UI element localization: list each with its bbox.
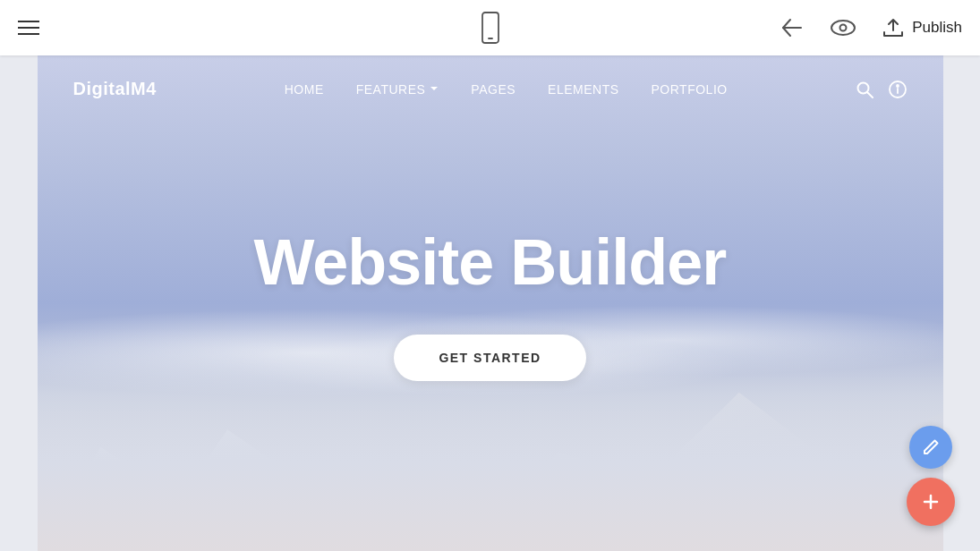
svg-point-4 [857, 82, 868, 93]
back-button[interactable] [781, 18, 805, 38]
fab-edit-button[interactable] [909, 426, 952, 469]
fab-container [907, 426, 955, 526]
nav-label-pages: PAGES [471, 82, 516, 97]
site-navbar: DigitalM4 HOME FEATURES PAGES ELEMENTS [38, 55, 943, 123]
nav-label-portfolio: PORTFOLIO [652, 82, 728, 97]
nav-item-pages[interactable]: PAGES [471, 82, 516, 97]
site-logo: DigitalM4 [73, 79, 157, 99]
svg-line-5 [867, 92, 873, 97]
website-frame: DigitalM4 HOME FEATURES PAGES ELEMENTS [38, 55, 943, 551]
hero-cta-button[interactable]: GET STARTED [394, 335, 585, 381]
nav-item-portfolio[interactable]: PORTFOLIO [652, 82, 728, 97]
nav-label-elements: ELEMENTS [548, 82, 618, 97]
publish-button[interactable]: Publish [882, 18, 962, 38]
site-nav-links: HOME FEATURES PAGES ELEMENTS PORTFOLIO [285, 82, 728, 97]
toolbar-right: Publish [781, 18, 962, 38]
toolbar-left [18, 21, 39, 35]
hero-title: Website Builder [254, 225, 727, 299]
nav-item-features[interactable]: FEATURES [356, 82, 439, 97]
preview-container[interactable]: DigitalM4 HOME FEATURES PAGES ELEMENTS [0, 55, 980, 551]
menu-button[interactable] [18, 21, 39, 35]
nav-item-home[interactable]: HOME [285, 82, 324, 97]
nav-item-elements[interactable]: ELEMENTS [548, 82, 618, 97]
fab-add-button[interactable] [907, 478, 955, 526]
preview-button[interactable] [830, 19, 856, 37]
site-nav-icons [856, 80, 908, 99]
site-info-button[interactable] [888, 80, 908, 99]
nav-label-home: HOME [285, 82, 324, 97]
mobile-preview-button[interactable] [478, 12, 503, 44]
publish-label: Publish [912, 19, 962, 37]
hero-section: DigitalM4 HOME FEATURES PAGES ELEMENTS [38, 55, 943, 551]
toolbar-center [478, 12, 503, 44]
nav-label-features: FEATURES [356, 82, 426, 97]
svg-point-2 [831, 21, 855, 35]
svg-point-3 [840, 25, 847, 31]
toolbar: Publish [0, 0, 980, 55]
svg-point-8 [897, 85, 899, 87]
site-search-button[interactable] [856, 81, 873, 98]
